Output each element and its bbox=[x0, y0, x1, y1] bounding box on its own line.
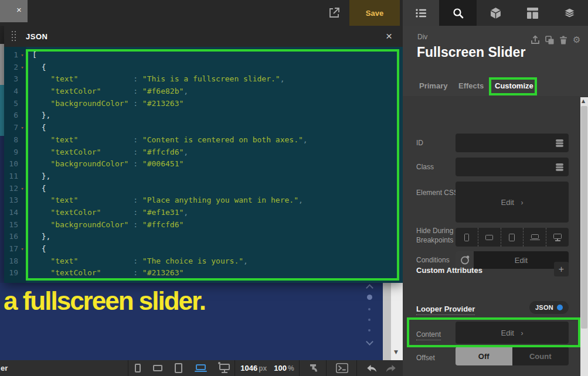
tablet-icon[interactable] bbox=[175, 363, 182, 373]
fold-spacer bbox=[18, 134, 26, 146]
gear-icon[interactable]: ⚙ bbox=[573, 35, 580, 45]
slide-dot-active[interactable] bbox=[367, 295, 372, 300]
slide-headline[interactable]: a fullscreen slider. bbox=[4, 286, 205, 316]
duplicate-icon[interactable] bbox=[545, 36, 554, 45]
slide-prev-icon[interactable] bbox=[366, 284, 373, 292]
canvas-dimensions[interactable]: 1046 px 100 % bbox=[239, 360, 295, 376]
desktop-icon[interactable] bbox=[219, 364, 230, 373]
bp-laptop-icon[interactable] bbox=[523, 228, 546, 247]
edit-label: Edit bbox=[501, 329, 514, 337]
save-button[interactable]: Save bbox=[349, 0, 400, 26]
exit-builder-button[interactable]: × bbox=[0, 0, 28, 22]
offset-option-count[interactable]: Count bbox=[512, 347, 569, 365]
looper-provider-type-toggle[interactable]: JSON bbox=[529, 301, 569, 314]
json-code-editor[interactable]: 1▾[2▾ {3 "text" : "This is a fullscreen … bbox=[4, 47, 403, 283]
code-line[interactable]: 4 "textColor" : "#f6e82b", bbox=[4, 86, 403, 98]
fold-arrow-icon[interactable]: ▾ bbox=[18, 49, 26, 61]
slide-navigation[interactable] bbox=[365, 284, 374, 344]
chevron-right-icon: › bbox=[521, 199, 524, 207]
code-line[interactable]: 14 "textColor" : "#ef1e31", bbox=[4, 207, 403, 219]
id-input[interactable] bbox=[456, 134, 569, 152]
bp-phone-portrait-icon[interactable] bbox=[456, 228, 478, 247]
external-link-icon[interactable] bbox=[327, 6, 341, 20]
code-line[interactable]: 18 "text" : "The choice is yours.", bbox=[4, 255, 403, 268]
element-css-edit-button[interactable]: Edit › bbox=[456, 182, 569, 223]
line-number: 9 bbox=[4, 146, 18, 159]
bp-desktop-icon[interactable] bbox=[546, 228, 569, 247]
redo-button[interactable] bbox=[381, 360, 400, 376]
tab-primary[interactable]: Primary bbox=[419, 81, 447, 90]
slide-dot[interactable] bbox=[368, 329, 371, 331]
code-text: { bbox=[26, 183, 46, 195]
bp-tablet-icon[interactable] bbox=[501, 228, 524, 247]
code-line[interactable]: 5 "backgroundColor" : "#213263" bbox=[4, 98, 403, 110]
undo-button[interactable] bbox=[362, 360, 381, 376]
code-line[interactable]: 16 }, bbox=[4, 231, 403, 243]
content-edit-button[interactable]: Edit › bbox=[456, 322, 569, 344]
close-icon[interactable]: × bbox=[382, 29, 396, 43]
code-line[interactable]: 11 }, bbox=[4, 170, 403, 183]
element-actions: ⚙ bbox=[531, 35, 580, 45]
trash-icon[interactable] bbox=[559, 36, 567, 45]
drag-handle-icon[interactable] bbox=[12, 31, 17, 42]
fold-arrow-icon[interactable]: ▾ bbox=[18, 122, 26, 134]
code-line[interactable]: 13 "text" : "Place anything you want in … bbox=[4, 194, 403, 207]
tab-templates[interactable] bbox=[514, 0, 551, 26]
tab-effects[interactable]: Effects bbox=[458, 81, 484, 90]
scroll-up-icon[interactable]: ▲ bbox=[582, 98, 585, 104]
slide-next-icon[interactable] bbox=[366, 338, 373, 346]
fold-arrow-icon[interactable]: ▾ bbox=[18, 61, 26, 74]
code-console-button[interactable] bbox=[329, 360, 354, 376]
dynamic-content-icon[interactable] bbox=[556, 139, 563, 147]
scrollbar-thumb[interactable] bbox=[581, 106, 587, 329]
code-line[interactable]: 10 "backgroundColor" : "#006451" bbox=[4, 158, 403, 170]
code-text: "backgroundColor" : "#006451" bbox=[26, 158, 183, 170]
undock-icon[interactable] bbox=[531, 35, 540, 45]
code-line[interactable]: 3 "text" : "This is a fullscreen slider.… bbox=[4, 73, 403, 86]
code-text: "backgroundColor" : "#ffcfd6" bbox=[26, 219, 183, 231]
dynamic-content-icon[interactable] bbox=[556, 163, 563, 171]
tools-button[interactable] bbox=[303, 360, 325, 376]
tab-outline[interactable] bbox=[403, 0, 439, 26]
close-icon: × bbox=[16, 5, 22, 15]
tab-elements[interactable] bbox=[477, 0, 514, 26]
slide-dot[interactable] bbox=[368, 319, 371, 321]
class-input[interactable] bbox=[456, 158, 569, 176]
preview-scrollbar-thumb[interactable] bbox=[383, 283, 391, 360]
line-number: 12 bbox=[4, 183, 18, 195]
bp-phone-landscape-icon[interactable] bbox=[478, 228, 501, 247]
code-line[interactable]: 6 }, bbox=[4, 110, 403, 122]
code-line[interactable]: 17▾ { bbox=[4, 243, 403, 255]
fold-arrow-icon[interactable]: ▾ bbox=[18, 183, 26, 195]
add-attribute-button[interactable]: + bbox=[554, 262, 569, 276]
preview-scrollbar-track[interactable]: ▼ bbox=[391, 283, 403, 360]
code-text: "text" : "Content is centered on both ax… bbox=[26, 134, 308, 146]
code-line[interactable]: 8 "text" : "Content is centered on both … bbox=[4, 134, 403, 146]
sidebar-scrollbar[interactable]: ▲ bbox=[580, 97, 588, 376]
tab-customize[interactable]: Customize bbox=[495, 81, 533, 90]
json-editor-title: JSON bbox=[26, 32, 47, 41]
offset-option-off[interactable]: Off bbox=[456, 347, 512, 365]
phone-portrait-icon[interactable] bbox=[135, 364, 141, 372]
tab-search[interactable] bbox=[439, 0, 477, 26]
phone-landscape-icon[interactable] bbox=[153, 365, 162, 371]
code-line[interactable]: 19 "textColor" : "#213263" bbox=[4, 267, 403, 279]
page-preview[interactable]: a fullscreen slider. ▼ bbox=[0, 283, 403, 360]
slide-dot[interactable] bbox=[368, 308, 371, 310]
wrench-icon bbox=[309, 364, 318, 372]
code-line[interactable]: 9 "textColor" : "#ffcfd6", bbox=[4, 146, 403, 159]
code-line[interactable]: 7▾ { bbox=[4, 122, 403, 134]
code-line[interactable]: 15 "backgroundColor" : "#ffcfd6" bbox=[4, 219, 403, 231]
scroll-down-icon[interactable]: ▼ bbox=[394, 349, 398, 355]
laptop-icon-active[interactable] bbox=[195, 364, 207, 372]
fold-arrow-icon[interactable]: ▾ bbox=[18, 243, 26, 255]
custom-attributes-label: Custom Attributes bbox=[416, 266, 482, 275]
code-line[interactable]: 12▾ { bbox=[4, 183, 403, 195]
canvas-width-value[interactable]: 1046 bbox=[240, 364, 257, 372]
tab-layers[interactable] bbox=[551, 0, 588, 26]
code-line[interactable]: 2▾ { bbox=[4, 61, 403, 74]
layers-icon bbox=[563, 8, 576, 18]
hide-during-breakpoints-label: Hide During Breakpoints bbox=[416, 226, 453, 245]
code-line[interactable]: 1▾[ bbox=[4, 49, 403, 61]
canvas-zoom-value[interactable]: 100 bbox=[274, 364, 287, 372]
